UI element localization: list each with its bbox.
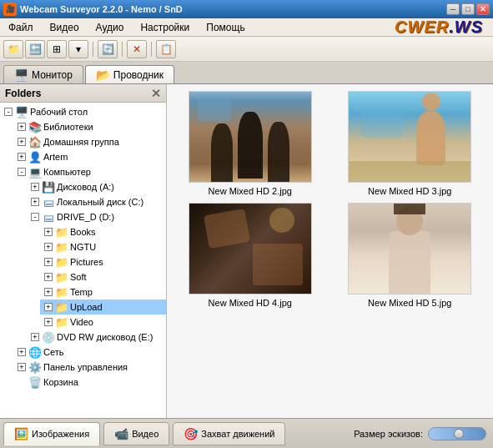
controlpanel-icon: ⚙️ [28, 360, 42, 374]
menu-help[interactable]: Помощь [201, 20, 249, 35]
minimize-button[interactable]: ─ [446, 3, 460, 15]
image-cell-2[interactable]: New Mixed HD 3.jpg [334, 91, 487, 196]
tree-item-soft[interactable]: + 📁 Soft [40, 269, 166, 284]
expander-controlpanel[interactable]: + [15, 360, 28, 374]
expander-temp[interactable]: + [42, 285, 55, 299]
expander-video[interactable]: + [42, 315, 55, 329]
tree-item-temp[interactable]: + 📁 Temp [40, 284, 166, 300]
folders-tree[interactable]: - 🖥️ Рабочий стол + 📚 Библиотеки + 🏠 Дом [0, 103, 166, 418]
toolbar: 📁 🔙 ⊞ ▾ 🔄 ✕ 📋 [0, 37, 493, 62]
images-tab-icon: 🖼️ [14, 427, 28, 440]
folder-video-icon: 📁 [55, 315, 68, 329]
maximize-button[interactable]: □ [461, 3, 475, 15]
folders-panel: Folders ✕ - 🖥️ Рабочий стол + 📚 Библиоте… [0, 84, 167, 418]
tree-item-controlpanel[interactable]: + ⚙️ Панель управления [13, 360, 166, 375]
folder-temp-icon: 📁 [55, 285, 68, 299]
expander-drive-c[interactable]: + [28, 195, 42, 209]
tab-monitor[interactable]: 🖥️ Монитор [3, 65, 83, 83]
tree-label-upload: UpLoad [70, 302, 103, 312]
bottom-tab-images[interactable]: 🖼️ Изображения [3, 422, 100, 445]
toolbar-back[interactable]: 🔙 [25, 40, 45, 58]
toolbar-separator-2 [122, 42, 123, 57]
expander-computer[interactable]: - [15, 165, 28, 179]
tree-item-drive-e[interactable]: + 💿 DVD RW дисковод (E:) [27, 330, 166, 345]
folders-title: Folders [5, 88, 41, 99]
tree-item-pictures[interactable]: + 📁 Pictures [40, 254, 166, 269]
tree-label-video: Video [70, 317, 93, 327]
menu-audio[interactable]: Аудио [91, 20, 129, 35]
expander-artem[interactable]: + [15, 150, 28, 164]
close-button[interactable]: ✕ [476, 3, 490, 15]
image-cell-3[interactable]: New Mixed HD 4.jpg [174, 203, 327, 308]
network-icon: 🌐 [28, 345, 42, 359]
toolbar-grid-view[interactable]: ⊞ [47, 40, 67, 58]
tree-label-books: Books [70, 227, 96, 237]
image-thumb-2[interactable] [348, 91, 471, 183]
dvd-icon: 💿 [42, 330, 55, 344]
tree-item-books[interactable]: + 📁 Books [40, 224, 166, 239]
image-thumb-3[interactable] [189, 203, 312, 294]
expander-drive-e[interactable]: + [28, 330, 42, 344]
tree-item-drive-a[interactable]: + 💾 Дисковод (A:) [27, 179, 166, 194]
expander-ngtu[interactable]: + [42, 240, 55, 254]
expander-desktop[interactable]: - [2, 105, 15, 118]
size-slider-thumb[interactable] [454, 429, 464, 439]
expander-drive-d[interactable]: - [28, 210, 42, 224]
tree-label-trash: Корзина [43, 377, 78, 387]
expander-upload[interactable]: + [42, 300, 55, 314]
tree-item-drive-c[interactable]: + 🖴 Локальный диск (C:) [27, 194, 166, 209]
image-grid[interactable]: New Mixed HD 2.jpg New Mixed HD 3.jpg [167, 84, 493, 418]
folders-close-button[interactable]: ✕ [151, 87, 161, 100]
motion-tab-label: Захват движений [201, 429, 274, 439]
toolbar-open-folder[interactable]: 📁 [3, 40, 23, 58]
tree-label-soft: Soft [70, 272, 87, 282]
expander-network[interactable]: + [15, 345, 28, 359]
image-thumb-1[interactable] [189, 91, 312, 183]
tree-item-trash[interactable]: 🗑️ Корзина [13, 375, 166, 390]
app-icon: 🎥 [3, 3, 17, 16]
toolbar-delete[interactable]: ✕ [127, 40, 147, 58]
tree-item-libraries[interactable]: + 📚 Библиотеки [13, 119, 166, 134]
tab-explorer[interactable]: 📂 Проводник [85, 65, 174, 83]
tree-item-network[interactable]: + 🌐 Сеть [13, 345, 166, 360]
menu-file[interactable]: Файл [3, 20, 38, 35]
drive-c-icon: 🖴 [42, 195, 55, 209]
expander-drive-a[interactable]: + [28, 180, 42, 194]
title-bar-controls[interactable]: ─ □ ✕ [446, 3, 490, 15]
tree-item-upload[interactable]: + 📁 UpLoad [40, 300, 166, 315]
folder-upload-icon: 📁 [55, 300, 68, 314]
tab-monitor-label: Монитор [32, 69, 73, 81]
size-control: Размер эскизов: [354, 427, 486, 440]
image-thumb-4[interactable] [348, 203, 471, 294]
tree-item-artem[interactable]: + 👤 Artem [13, 149, 166, 164]
images-tab-label: Изображения [32, 429, 89, 439]
image-cell-4[interactable]: New Mixed HD 5.jpg [334, 203, 487, 308]
tree-item-desktop[interactable]: - 🖥️ Рабочий стол [0, 104, 166, 119]
drive-d-icon: 🖴 [42, 210, 55, 224]
expander-pictures[interactable]: + [42, 255, 55, 269]
video-tab-label: Видео [132, 429, 158, 439]
bottom-tab-motion[interactable]: 🎯 Захват движений [173, 422, 285, 445]
bottom-bar: 🖼️ Изображения 📹 Видео 🎯 Захват движений… [0, 418, 493, 448]
bottom-tab-video[interactable]: 📹 Видео [103, 422, 169, 445]
tree-item-ngtu[interactable]: + 📁 NGTU [40, 239, 166, 254]
toolbar-copy[interactable]: 📋 [156, 40, 176, 58]
menu-video[interactable]: Видео [45, 20, 84, 35]
tree-item-video[interactable]: + 📁 Video [40, 315, 166, 330]
tree-item-drive-d[interactable]: - 🖴 DRIVE_D (D:) [27, 209, 166, 224]
toolbar-dropdown[interactable]: ▾ [68, 40, 88, 58]
expander-homegroup[interactable]: + [15, 135, 28, 148]
tree-item-computer[interactable]: - 💻 Компьютер [13, 164, 166, 179]
main-content: Folders ✕ - 🖥️ Рабочий стол + 📚 Библиоте… [0, 83, 493, 418]
title-bar: 🎥 Webcam Surveyor 2.2.0 - Nemo / SnD ─ □… [0, 0, 493, 18]
menu-settings[interactable]: Настройки [135, 20, 194, 35]
toolbar-refresh[interactable]: 🔄 [98, 40, 118, 58]
expander-soft[interactable]: + [42, 270, 55, 284]
tree-label-computer: Компьютер [43, 167, 91, 177]
size-slider[interactable] [428, 427, 486, 440]
expander-books[interactable]: + [42, 225, 55, 239]
expander-libraries[interactable]: + [15, 120, 28, 133]
tree-item-homegroup[interactable]: + 🏠 Домашняя группа [13, 134, 166, 149]
tree-label-desktop: Рабочий стол [30, 107, 88, 117]
image-cell-1[interactable]: New Mixed HD 2.jpg [174, 91, 327, 196]
